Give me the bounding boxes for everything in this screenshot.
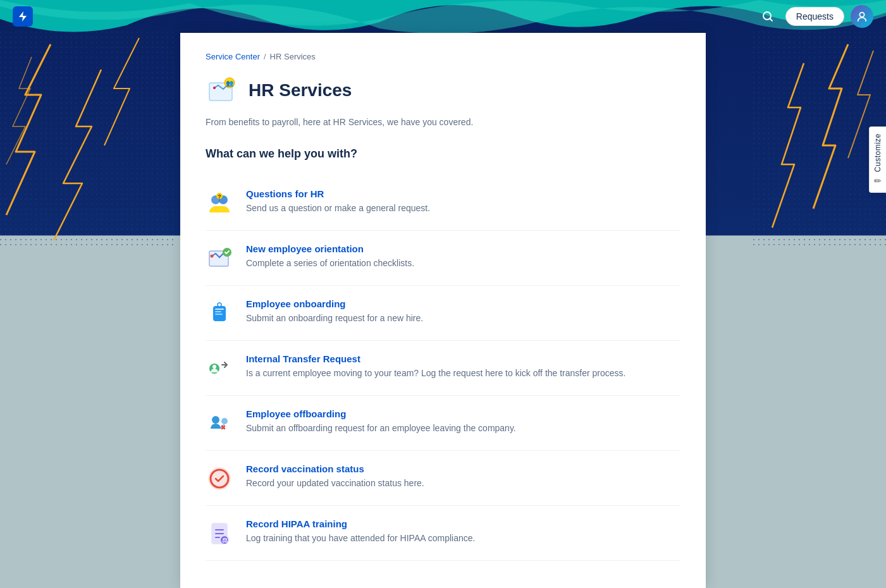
service-icon-new-employee-orientation <box>206 245 233 273</box>
customize-tab-label: Customize <box>873 133 882 172</box>
service-icon-hipaa-training: ⚖ <box>206 520 233 548</box>
service-title-internal-transfer: Internal Transfer Request <box>246 353 680 364</box>
svg-point-26 <box>212 365 216 369</box>
service-title-employee-onboarding: Employee onboarding <box>246 298 680 309</box>
svg-rect-23 <box>215 314 223 315</box>
svg-point-28 <box>221 418 228 424</box>
service-content-employee-offboarding: Employee offboarding Submit an offboardi… <box>246 408 680 435</box>
logo-icon[interactable] <box>13 6 33 27</box>
service-item-questions-hr[interactable]: ? Questions for HR Send us a question or… <box>206 176 680 231</box>
svg-point-24 <box>218 303 221 307</box>
page-icon: 👥 <box>206 74 238 107</box>
svg-rect-21 <box>215 309 224 310</box>
svg-point-8 <box>213 87 216 89</box>
service-title-employee-offboarding: Employee offboarding <box>246 408 680 419</box>
service-title-new-employee-orientation: New employee orientation <box>246 243 680 254</box>
svg-line-5 <box>770 19 772 21</box>
service-desc-questions-hr: Send us a question or make a general req… <box>246 202 680 215</box>
service-desc-employee-onboarding: Submit an onboarding request for a new h… <box>246 312 680 325</box>
service-icon-employee-offboarding <box>206 410 233 438</box>
service-item-vaccination-status[interactable]: Record vaccination status Record your up… <box>206 451 680 506</box>
page-description: From benefits to payroll, here at HR Ser… <box>206 117 680 127</box>
svg-text:⚖: ⚖ <box>222 537 228 544</box>
topbar-left <box>13 6 33 27</box>
topbar-right: Requests <box>756 5 873 28</box>
service-title-hipaa-training: Record HIPAA training <box>246 518 680 529</box>
service-list: ? Questions for HR Send us a question or… <box>206 176 680 561</box>
service-desc-vaccination-status: Record your updated vaccination status h… <box>246 477 680 490</box>
service-item-employee-onboarding[interactable]: Employee onboarding Submit an onboarding… <box>206 286 680 341</box>
service-desc-internal-transfer: Is a current employee moving to your tea… <box>246 367 680 380</box>
pencil-icon: ✏ <box>874 176 882 186</box>
service-title-questions-hr: Questions for HR <box>246 188 680 199</box>
service-icon-vaccination-status <box>206 465 233 493</box>
breadcrumb: Service Center / HR Services <box>206 52 680 61</box>
service-desc-hipaa-training: Log training that you have attended for … <box>246 532 680 545</box>
svg-text:👥: 👥 <box>226 79 234 87</box>
breadcrumb-current: HR Services <box>270 52 316 61</box>
breadcrumb-separator: / <box>264 52 266 61</box>
svg-text:?: ? <box>218 193 221 200</box>
service-desc-new-employee-orientation: Complete a series of orientation checkli… <box>246 257 680 270</box>
section-heading: What can we help you with? <box>206 147 680 161</box>
service-icon-employee-onboarding <box>206 300 233 328</box>
svg-rect-22 <box>215 311 221 312</box>
svg-point-17 <box>211 255 214 258</box>
avatar-button[interactable] <box>851 5 873 28</box>
service-item-employee-offboarding[interactable]: Employee offboarding Submit an offboardi… <box>206 396 680 451</box>
svg-point-27 <box>212 416 219 424</box>
breadcrumb-parent-link[interactable]: Service Center <box>206 52 260 61</box>
service-content-employee-onboarding: Employee onboarding Submit an onboarding… <box>246 298 680 325</box>
service-content-hipaa-training: Record HIPAA training Log training that … <box>246 518 680 545</box>
svg-point-6 <box>859 13 864 17</box>
main-content-card: Service Center / HR Services 👥 HR Servic… <box>180 33 706 588</box>
service-content-internal-transfer: Internal Transfer Request Is a current e… <box>246 353 680 380</box>
service-item-internal-transfer[interactable]: Internal Transfer Request Is a current e… <box>206 341 680 396</box>
page-header: 👥 HR Services <box>206 74 680 107</box>
service-desc-employee-offboarding: Submit an offboarding request for an emp… <box>246 422 680 435</box>
service-icon-internal-transfer <box>206 355 233 383</box>
service-item-new-employee-orientation[interactable]: New employee orientation Complete a seri… <box>206 231 680 286</box>
service-content-questions-hr: Questions for HR Send us a question or m… <box>246 188 680 215</box>
service-title-vaccination-status: Record vaccination status <box>246 463 680 474</box>
service-content-vaccination-status: Record vaccination status Record your up… <box>246 463 680 490</box>
topbar: Requests <box>0 0 886 33</box>
service-content-new-employee-orientation: New employee orientation Complete a seri… <box>246 243 680 270</box>
service-item-hipaa-training[interactable]: ⚖ Record HIPAA training Log training tha… <box>206 506 680 561</box>
service-icon-questions-hr: ? <box>206 190 233 217</box>
requests-button[interactable]: Requests <box>785 7 844 26</box>
search-button[interactable] <box>756 5 779 28</box>
page-title: HR Services <box>249 80 352 101</box>
customize-tab[interactable]: Customize ✏ <box>869 126 886 193</box>
